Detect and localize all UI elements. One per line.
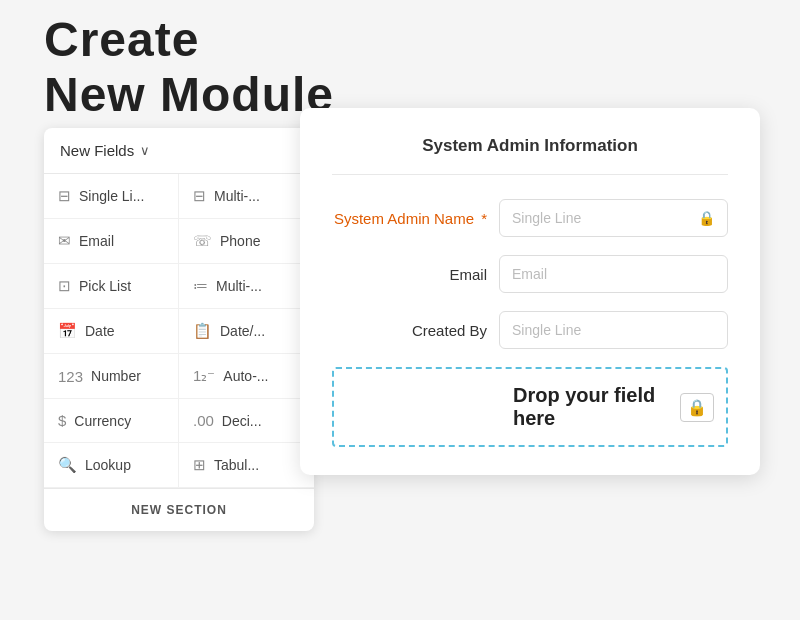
- section-title: System Admin Information: [332, 136, 728, 175]
- auto-number-label: Auto-...: [223, 368, 268, 384]
- palette-item-phone[interactable]: ☏Phone: [179, 219, 314, 264]
- palette-item-decimal[interactable]: .00Deci...: [179, 399, 314, 443]
- palette-grid: ⊟Single Li...⊟Multi-...✉Email☏Phone⊡Pick…: [44, 174, 314, 488]
- palette-item-multi-picklist[interactable]: ≔Multi-...: [179, 264, 314, 309]
- palette-item-single-line[interactable]: ⊟Single Li...: [44, 174, 179, 219]
- date-icon: 📅: [58, 322, 77, 340]
- form-row-created-by: Created By Single Line: [332, 311, 728, 349]
- form-builder: System Admin Information System Admin Na…: [300, 108, 760, 475]
- tabular-icon: ⊞: [193, 456, 206, 474]
- number-label: Number: [91, 368, 141, 384]
- pick-list-label: Pick List: [79, 278, 131, 294]
- email-icon: ✉: [58, 232, 71, 250]
- field-palette: New Fields ∨ ⊟Single Li...⊟Multi-...✉Ema…: [44, 128, 314, 531]
- palette-item-currency[interactable]: $Currency: [44, 399, 179, 443]
- palette-item-pick-list[interactable]: ⊡Pick List: [44, 264, 179, 309]
- datetime-label: Date/...: [220, 323, 265, 339]
- new-section-button[interactable]: NEW SECTION: [44, 488, 314, 531]
- input-email[interactable]: Email: [499, 255, 728, 293]
- decimal-icon: .00: [193, 412, 214, 429]
- number-icon: 123: [58, 368, 83, 385]
- placeholder-email: Email: [512, 266, 547, 282]
- palette-header-label: New Fields: [60, 142, 134, 159]
- currency-icon: $: [58, 412, 66, 429]
- palette-item-tabular[interactable]: ⊞Tabul...: [179, 443, 314, 488]
- phone-icon: ☏: [193, 232, 212, 250]
- date-label: Date: [85, 323, 115, 339]
- phone-label: Phone: [220, 233, 260, 249]
- drop-zone-content: Drop your field here 🔒: [513, 384, 714, 430]
- palette-item-lookup[interactable]: 🔍Lookup: [44, 443, 179, 488]
- chevron-down-icon: ∨: [140, 143, 150, 158]
- palette-item-date[interactable]: 📅Date: [44, 309, 179, 354]
- palette-item-number[interactable]: 123Number: [44, 354, 179, 399]
- lookup-label: Lookup: [85, 457, 131, 473]
- auto-number-icon: 1₂⁻: [193, 367, 215, 385]
- palette-header[interactable]: New Fields ∨: [44, 128, 314, 174]
- form-row-system-admin-name: System Admin Name * Single Line 🔒: [332, 199, 728, 237]
- single-line-icon: ⊟: [58, 187, 71, 205]
- decimal-label: Deci...: [222, 413, 262, 429]
- form-row-email: Email Email: [332, 255, 728, 293]
- datetime-icon: 📋: [193, 322, 212, 340]
- pick-list-icon: ⊡: [58, 277, 71, 295]
- drop-zone-lock-icon: 🔒: [680, 393, 714, 422]
- palette-item-multi-line[interactable]: ⊟Multi-...: [179, 174, 314, 219]
- single-line-label: Single Li...: [79, 188, 144, 204]
- input-created-by[interactable]: Single Line: [499, 311, 728, 349]
- drop-zone-text: Drop your field here: [513, 384, 680, 430]
- input-system-admin-name[interactable]: Single Line 🔒: [499, 199, 728, 237]
- email-label: Email: [79, 233, 114, 249]
- drop-zone[interactable]: Drop your field here 🔒: [332, 367, 728, 447]
- palette-item-datetime[interactable]: 📋Date/...: [179, 309, 314, 354]
- label-email: Email: [332, 266, 487, 283]
- page-title: Create New Module: [44, 12, 334, 122]
- multi-line-icon: ⊟: [193, 187, 206, 205]
- lock-icon: 🔒: [698, 210, 715, 226]
- label-system-admin-name: System Admin Name *: [332, 210, 487, 227]
- multi-line-label: Multi-...: [214, 188, 260, 204]
- multi-picklist-icon: ≔: [193, 277, 208, 295]
- lookup-icon: 🔍: [58, 456, 77, 474]
- palette-item-auto-number[interactable]: 1₂⁻Auto-...: [179, 354, 314, 399]
- palette-item-email[interactable]: ✉Email: [44, 219, 179, 264]
- label-created-by: Created By: [332, 322, 487, 339]
- required-star: *: [481, 210, 487, 227]
- tabular-label: Tabul...: [214, 457, 259, 473]
- placeholder-system-admin-name: Single Line: [512, 210, 581, 226]
- placeholder-created-by: Single Line: [512, 322, 581, 338]
- currency-label: Currency: [74, 413, 131, 429]
- multi-picklist-label: Multi-...: [216, 278, 262, 294]
